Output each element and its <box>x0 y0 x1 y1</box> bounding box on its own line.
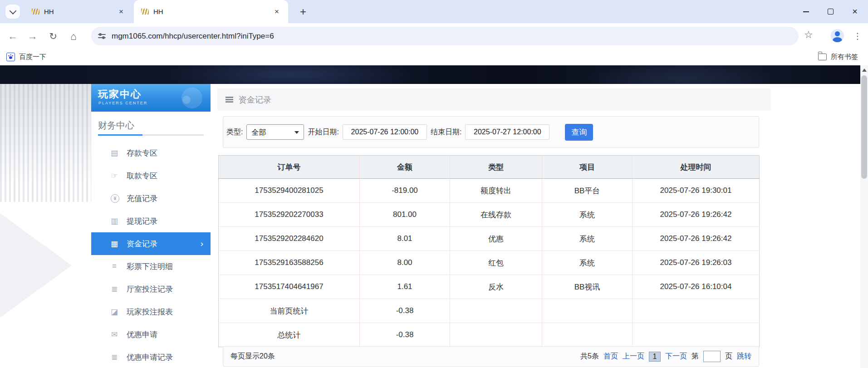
table-cell <box>542 299 633 323</box>
hamburger-icon[interactable] <box>226 97 233 103</box>
maximize-icon <box>828 9 834 15</box>
address-bar[interactable]: mgm1065.com/hhcp/usercenter.html?iniType… <box>91 27 799 45</box>
table-cell: 1753529202284620 <box>219 227 360 251</box>
jump-page-input[interactable] <box>703 351 721 362</box>
start-date-label: 开始日期: <box>308 128 338 137</box>
url-text[interactable]: mgm1065.com/hhcp/usercenter.html?iniType… <box>112 32 274 41</box>
table-row: 1753529163588256 8.00 红包 系统 2025-07-26 1… <box>219 251 760 275</box>
table-cell: 1753517404641967 <box>219 275 360 299</box>
filter-bar: 类型: 全部 开始日期: 结束日期: 查询 <box>223 116 759 148</box>
sidebar-item-hall-bet-records[interactable]: ≣ 厅室投注记录 <box>91 278 211 300</box>
background-triangle-decor <box>0 213 72 318</box>
sidebar-item-recharge-records[interactable]: ¥ 充值记录 <box>91 187 211 210</box>
total-count-text: 共5条 <box>580 352 599 361</box>
window-close-button[interactable]: × <box>843 0 867 23</box>
hero-banner <box>0 65 868 84</box>
table-cell: 总统计 <box>219 323 360 347</box>
main-content: 资金记录 类型: 全部 开始日期: 结束日期: 查询 订单号 <box>217 88 771 368</box>
table-row: 1753529400281025 -819.00 额度转出 BB平台 2025-… <box>219 179 760 203</box>
table-cell: 2025-07-26 19:26:42 <box>633 227 760 251</box>
sidebar-item-withdrawal-records[interactable]: ▥ 提现记录 <box>91 210 211 232</box>
next-page-link[interactable]: 下一页 <box>665 352 687 361</box>
tab-active[interactable]: HH × <box>134 0 288 23</box>
tab-inactive[interactable]: HH × <box>25 0 132 23</box>
tab-title: HH <box>44 8 116 15</box>
table-cell: 2025-07-26 19:26:42 <box>633 203 760 227</box>
new-tab-button[interactable]: + <box>294 0 312 23</box>
chevron-right-icon: › <box>201 239 203 249</box>
end-date-input[interactable] <box>465 124 549 140</box>
table-header-row: 订单号 金额 类型 项目 处理时间 <box>219 156 760 179</box>
sidebar-item-promo-apply-records[interactable]: ≣ 优惠申请记录 <box>91 346 211 368</box>
column-header: 类型 <box>450 156 542 179</box>
forward-button[interactable]: → <box>26 29 39 43</box>
sidebar-item-player-bet-report[interactable]: ◪ 玩家投注报表 <box>91 300 211 323</box>
table-cell <box>450 299 542 323</box>
all-bookmarks-label: 所有书签 <box>831 53 858 61</box>
table-cell: 系统 <box>542 203 633 227</box>
pagination-controls: 共5条 首页 上一页 1 下一页 第 页 跳转 <box>580 351 751 362</box>
site-favicon <box>32 9 39 15</box>
table-cell: -0.38 <box>360 323 450 347</box>
jump-go-link[interactable]: 跳转 <box>737 352 751 361</box>
sidebar-title: 玩家中心 <box>98 88 142 101</box>
table-row: 1753529202270033 801.00 在线存款 系统 2025-07-… <box>219 203 760 227</box>
jump-prefix-text: 第 <box>691 352 699 361</box>
sidebar-item-funds-records[interactable]: ▦ 资金记录 › <box>91 232 211 255</box>
sidebar-item-label: 彩票下注明细 <box>127 261 173 272</box>
bookmark-baidu[interactable]: 百度一下 <box>6 51 46 63</box>
browser-menu-icon[interactable]: ⋮ <box>852 29 863 42</box>
sidebar-item-promo-apply[interactable]: ✉ 优惠申请 <box>91 323 211 346</box>
sidebar-item-label: 提现记录 <box>127 216 157 226</box>
reload-button[interactable]: ↻ <box>46 29 60 43</box>
chevron-down-icon <box>9 7 16 15</box>
sidebar: 玩家中心 PLAYERS CENTER 财务中心 ▤ 存款专区 ☞ 取款专区 ¥… <box>91 84 211 368</box>
prev-page-link[interactable]: 上一页 <box>623 352 644 361</box>
type-label: 类型: <box>226 128 243 137</box>
back-button[interactable]: ← <box>6 29 20 43</box>
table-cell: 2025-07-26 19:26:03 <box>633 251 760 275</box>
window-minimize-button[interactable] <box>794 0 818 23</box>
bookmark-star-icon[interactable]: ☆ <box>804 29 813 41</box>
deposit-card-icon: ▤ <box>109 148 119 158</box>
site-settings-icon[interactable] <box>98 32 106 40</box>
sidebar-item-withdraw-zone[interactable]: ☞ 取款专区 <box>91 164 211 187</box>
sidebar-section-title: 财务中心 <box>98 119 134 132</box>
page-content: 玩家中心 PLAYERS CENTER 财务中心 ▤ 存款专区 ☞ 取款专区 ¥… <box>0 65 868 368</box>
page-scrollbar[interactable] <box>860 65 868 368</box>
table-row: 1753529202284620 8.01 优惠 系统 2025-07-26 1… <box>219 227 760 251</box>
table-cell: 2025-07-26 16:10:04 <box>633 275 760 299</box>
folder-icon <box>818 54 827 60</box>
home-button[interactable]: ⌂ <box>67 29 80 43</box>
type-select-value: 全部 <box>251 128 266 137</box>
first-page-link[interactable]: 首页 <box>603 352 618 361</box>
scrollbar-thumb[interactable] <box>861 75 867 179</box>
all-bookmarks-button[interactable]: 所有书签 <box>818 51 858 63</box>
background-decor <box>0 84 91 202</box>
type-select[interactable]: 全部 <box>246 124 304 140</box>
tab-close-icon[interactable]: × <box>116 7 126 17</box>
table-cell: 红包 <box>450 251 542 275</box>
sidebar-item-deposit-zone[interactable]: ▤ 存款专区 <box>91 142 211 164</box>
controller-decor-icon <box>182 96 191 104</box>
table-cell: 8.00 <box>360 251 450 275</box>
sidebar-item-label: 资金记录 <box>127 239 157 249</box>
window-maximize-button[interactable] <box>818 0 843 23</box>
start-date-input[interactable] <box>343 124 427 140</box>
jump-suffix-text: 页 <box>725 352 732 361</box>
minimize-icon <box>803 11 809 12</box>
table-cell: 额度转出 <box>450 179 542 203</box>
tab-close-icon[interactable]: × <box>272 7 282 17</box>
column-header: 订单号 <box>219 156 360 179</box>
tab-search-button[interactable] <box>5 5 20 19</box>
sidebar-header: 玩家中心 PLAYERS CENTER <box>91 84 211 112</box>
search-button[interactable]: 查询 <box>565 124 593 141</box>
sidebar-item-label: 优惠申请记录 <box>127 352 173 363</box>
bookmark-label: 百度一下 <box>19 53 46 61</box>
sidebar-item-label: 玩家投注报表 <box>127 307 173 317</box>
scrollbar-up-arrow-icon[interactable] <box>862 69 867 72</box>
table-row: 1753517404641967 1.61 反水 BB视讯 2025-07-26… <box>219 275 760 299</box>
profile-avatar[interactable] <box>831 29 844 42</box>
sidebar-item-lottery-bet-details[interactable]: ≡ 彩票下注明细 <box>91 255 211 278</box>
lottery-bet-detail-icon: ≡ <box>109 262 119 271</box>
